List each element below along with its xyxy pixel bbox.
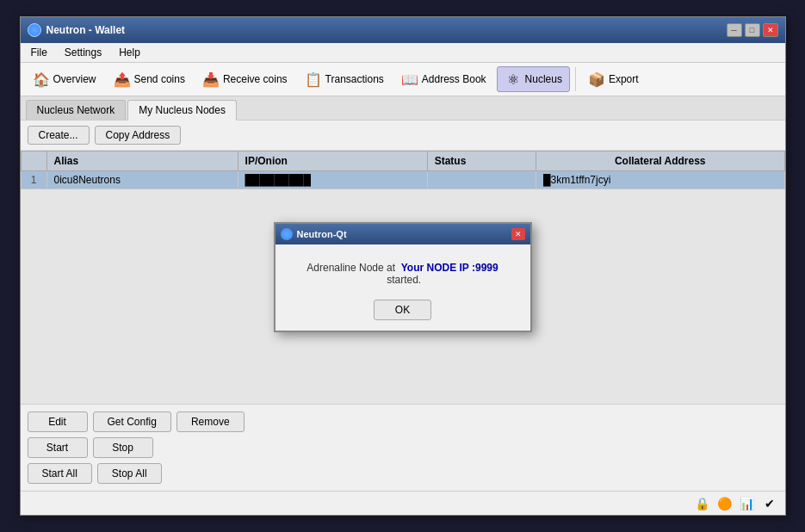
my-nucleus-nodes-tab[interactable]: My Nucleus Nodes xyxy=(127,100,237,121)
modal-message-highlight: Your NODE IP :9999 xyxy=(401,262,498,274)
stop-all-button[interactable]: Stop All xyxy=(97,463,162,484)
menubar: File Settings Help xyxy=(21,43,785,63)
btn-row-2: Start Stop xyxy=(28,437,778,458)
transactions-icon: 📋 xyxy=(305,71,322,88)
network-status-icon: 📊 xyxy=(739,495,756,512)
menu-settings[interactable]: Settings xyxy=(58,45,108,60)
nucleus-label: Nucleus xyxy=(525,73,562,85)
app-icon xyxy=(28,23,41,37)
modal-body: Adrenaline Node at Your NODE IP :9999 st… xyxy=(276,244,530,331)
send-coins-btn[interactable]: 📤 Send coins xyxy=(107,67,192,91)
modal-title-bar: Neutron-Qt ✕ xyxy=(276,224,530,244)
modal-message-suffix: started. xyxy=(387,274,421,286)
nucleus-btn[interactable]: ⚛ Nucleus xyxy=(497,66,570,92)
modal-title: Neutron-Qt xyxy=(297,229,347,239)
title-bar: Neutron - Wallet ─ □ ✕ xyxy=(21,17,785,43)
copy-address-button[interactable]: Copy Address xyxy=(95,126,182,145)
bottom-buttons: Edit Get Config Remove Start Stop Start … xyxy=(21,404,785,491)
ok-button[interactable]: OK xyxy=(374,300,431,320)
content-area: Alias IP/Onion Status Collateral Address… xyxy=(21,151,785,404)
window-controls: ─ □ ✕ xyxy=(727,23,778,37)
export-icon: 📦 xyxy=(588,71,605,88)
remove-button[interactable]: Remove xyxy=(176,411,245,432)
btn-row-1: Edit Get Config Remove xyxy=(28,411,778,432)
send-icon: 📤 xyxy=(114,71,131,88)
lock-status-icon: 🔒 xyxy=(694,495,711,512)
home-icon: 🏠 xyxy=(33,71,50,88)
transactions-label: Transactions xyxy=(325,73,384,85)
export-btn[interactable]: 📦 Export xyxy=(581,67,646,91)
modal-dialog: Neutron-Qt ✕ Adrenaline Node at Your NOD… xyxy=(274,222,532,332)
maximize-button[interactable]: □ xyxy=(745,23,760,37)
action-bar: Create... Copy Address xyxy=(21,121,785,151)
menu-file[interactable]: File xyxy=(24,45,54,60)
overview-btn[interactable]: 🏠 Overview xyxy=(26,67,103,91)
start-button[interactable]: Start xyxy=(28,437,88,458)
sync-status-icon: 🟠 xyxy=(716,495,734,512)
stop-button[interactable]: Stop xyxy=(93,437,153,458)
receive-icon: 📥 xyxy=(202,71,220,88)
start-all-button[interactable]: Start All xyxy=(28,463,92,484)
overview-label: Overview xyxy=(53,73,96,85)
minimize-button[interactable]: ─ xyxy=(727,23,742,37)
receive-coins-btn[interactable]: 📥 Receive coins xyxy=(195,67,294,91)
status-bar: 🔒 🟠 📊 ✔ xyxy=(21,491,785,515)
send-label: Send coins xyxy=(134,73,185,85)
window-title: Neutron - Wallet xyxy=(46,24,126,36)
menu-help[interactable]: Help xyxy=(112,45,147,60)
tabs-bar: Nucleus Network My Nucleus Nodes xyxy=(21,96,785,121)
main-window: Neutron - Wallet ─ □ ✕ File Settings Hel… xyxy=(20,16,786,516)
modal-message: Adrenaline Node at Your NODE IP :9999 st… xyxy=(289,262,517,286)
check-status-icon: ✔ xyxy=(761,495,778,512)
address-book-label: Address Book xyxy=(422,73,486,85)
create-button[interactable]: Create... xyxy=(28,126,90,145)
get-config-button[interactable]: Get Config xyxy=(93,411,171,432)
receive-label: Receive coins xyxy=(223,73,288,85)
modal-close-button[interactable]: ✕ xyxy=(511,228,525,240)
edit-button[interactable]: Edit xyxy=(28,411,88,432)
toolbar: 🏠 Overview 📤 Send coins 📥 Receive coins … xyxy=(21,63,785,96)
modal-message-prefix: Adrenaline Node at xyxy=(307,262,395,274)
transactions-btn[interactable]: 📋 Transactions xyxy=(298,67,391,91)
address-book-btn[interactable]: 📖 Address Book xyxy=(394,67,493,91)
nucleus-network-tab[interactable]: Nucleus Network xyxy=(26,100,127,120)
btn-row-3: Start All Stop All xyxy=(28,463,778,484)
address-book-icon: 📖 xyxy=(401,71,418,88)
modal-overlay: Neutron-Qt ✕ Adrenaline Node at Your NOD… xyxy=(21,151,785,404)
close-button[interactable]: ✕ xyxy=(763,23,778,37)
export-label: Export xyxy=(609,73,639,85)
nucleus-icon: ⚛ xyxy=(505,71,522,88)
modal-app-icon xyxy=(281,228,293,240)
toolbar-separator xyxy=(575,67,576,91)
